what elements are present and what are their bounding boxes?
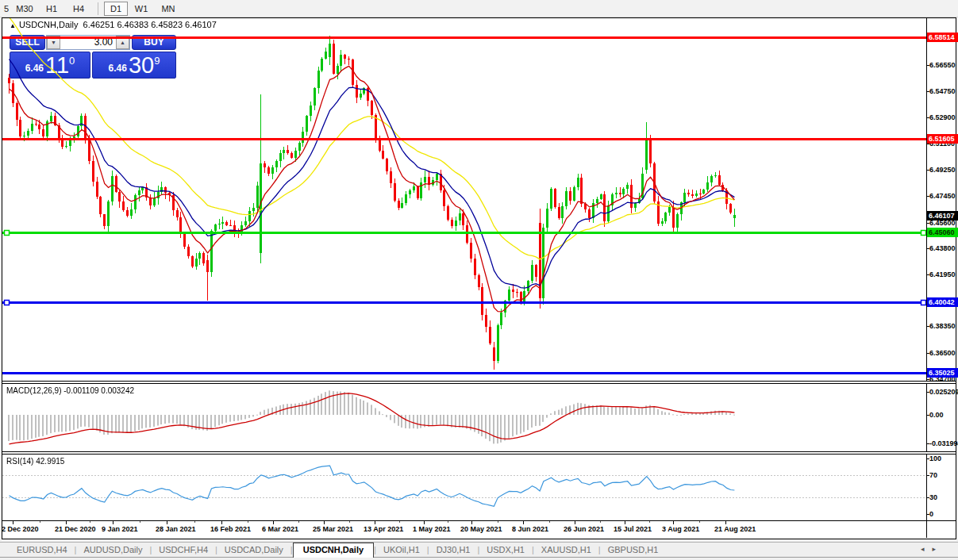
time-axis-minor-tick — [699, 521, 700, 523]
ohlc-values: 6.46251 6.46383 6.45823 6.46107 — [83, 20, 217, 29]
time-axis-label: 3 Aug 2021 — [662, 525, 699, 533]
timeframe-toolbar: 5M30H1H4D1W1MN — [0, 0, 958, 17]
price-axis-label: 6.36500 — [929, 349, 956, 357]
time-axis-minor-tick — [549, 521, 550, 523]
symbol-tabs: EURUSD,H4|AUDUSD,Daily|USDCHF,H4|USDCAD,… — [0, 542, 958, 558]
macd-indicator-canvas[interactable] — [2, 384, 926, 451]
price-axis-label: 6.41950 — [929, 270, 956, 278]
time-axis-tick — [725, 521, 726, 524]
macd-axis-label: -0.031994 — [929, 439, 958, 447]
tab-scroll-right-icon[interactable]: ▸ — [932, 545, 944, 553]
toolbar-separator — [98, 2, 98, 15]
rsi-panel-border — [2, 520, 956, 521]
price-badge: 6.46107 — [927, 211, 958, 221]
time-axis-minor-tick — [248, 521, 248, 523]
rsi-name: RSI(14) — [6, 457, 33, 466]
rsi-label: RSI(14) 42.9915 — [6, 457, 64, 466]
collapse-triangle-icon[interactable]: ▲ — [10, 22, 16, 29]
time-axis-minor-tick — [140, 521, 140, 523]
price-badge: 6.58514 — [927, 33, 958, 42]
timeframe-button-5[interactable]: 5 — [2, 2, 11, 16]
time-axis-tick — [471, 521, 472, 524]
tab-usdcnh-daily[interactable]: USDCNH,Daily — [293, 543, 374, 558]
price-axis-label: 6.52900 — [929, 113, 956, 121]
panel-separator-macd[interactable] — [2, 381, 956, 384]
timeframe-button-m30[interactable]: M30 — [11, 2, 38, 16]
time-axis-tick — [523, 521, 524, 524]
time-axis-label: 16 Feb 2021 — [210, 525, 251, 533]
time-axis-label: 2 Dec 2020 — [2, 525, 39, 533]
price-axis-label: 6.47450 — [929, 192, 956, 200]
tab-audusd-daily[interactable]: AUDUSD,Daily — [76, 543, 149, 557]
price-badge: 6.35025 — [927, 368, 958, 378]
time-axis-minor-tick — [600, 521, 601, 523]
tab-usdx-h1[interactable]: USDX,H1 — [479, 543, 532, 557]
tab-xauusd-h1[interactable]: XAUUSD,H1 — [534, 543, 598, 557]
price-axis-label: 6.54750 — [929, 87, 956, 95]
time-axis-minor-tick — [349, 521, 350, 523]
panel-separator-rsi[interactable] — [2, 451, 956, 455]
price-axis-label: 6.56550 — [929, 61, 956, 69]
rsi-indicator-canvas[interactable] — [2, 455, 926, 520]
time-axis-tick — [221, 521, 222, 524]
tab-ukoil-h1[interactable]: UKOil,H1 — [376, 543, 427, 557]
macd-label: MACD(12,26,9) -0.001109 0.003242 — [6, 386, 134, 395]
price-axis-label: 6.43800 — [929, 244, 956, 252]
timeframe-button-h4[interactable]: H4 — [65, 2, 92, 16]
time-axis-tick — [273, 521, 274, 524]
tab-usdchf-h4[interactable]: USDCHF,H4 — [152, 543, 215, 557]
timeframe-button-w1[interactable]: W1 — [128, 2, 155, 16]
time-axis-tick — [66, 521, 67, 524]
time-axis-tick — [324, 521, 325, 524]
rsi-axis-label: 100 — [929, 455, 941, 462]
timeframe-button-mn[interactable]: MN — [155, 2, 182, 16]
price-axis-label: 6.49250 — [929, 166, 956, 174]
rsi-axis-label: 30 — [929, 493, 937, 501]
tab-gbpusd-h1[interactable]: GBPUSD,H1 — [601, 543, 666, 557]
time-axis-minor-tick — [448, 521, 448, 523]
time-axis-tick — [13, 521, 13, 524]
time-axis-minor-tick — [40, 521, 40, 523]
chart-ohlc-title: ▲USDCNH,Daily 6.46251 6.46383 6.45823 6.… — [10, 20, 217, 29]
time-axis-label: 21 Dec 2020 — [55, 525, 96, 533]
tab-scroll-left-icon[interactable]: ◂ — [921, 545, 933, 553]
rsi-value: 42.9915 — [36, 457, 64, 466]
time-axis-minor-tick — [649, 521, 650, 523]
time-axis-label: 20 May 2021 — [460, 525, 502, 533]
time-axis-label: 13 Apr 2021 — [364, 525, 403, 533]
time-axis-label: 15 Jul 2021 — [614, 525, 652, 533]
time-axis-label: 26 Jun 2021 — [564, 525, 604, 533]
price-chart-canvas[interactable] — [2, 18, 926, 381]
macd-axis-label: 0.025209 — [929, 388, 958, 396]
price-badge: 6.51605 — [927, 134, 958, 144]
time-axis-tick — [113, 521, 113, 524]
time-axis-tick — [575, 521, 575, 524]
price-axis-label: 6.38350 — [929, 322, 956, 330]
time-axis-label: 21 Aug 2021 — [714, 525, 756, 533]
time-axis-label: 28 Jan 2021 — [156, 525, 196, 533]
time-axis-minor-tick — [399, 521, 400, 523]
price-badge: 6.40042 — [927, 297, 958, 307]
time-axis-label: 25 Mar 2021 — [313, 525, 353, 533]
rsi-axis-label: 70 — [929, 471, 937, 479]
macd-values: -0.001109 0.003242 — [63, 386, 134, 395]
time-axis-minor-tick — [194, 521, 195, 523]
time-axis-tick — [375, 521, 375, 524]
time-axis-tick — [167, 521, 167, 524]
macd-name: MACD(12,26,9) — [6, 386, 61, 395]
tab-dj30-h1[interactable]: DJ30,H1 — [429, 543, 478, 557]
timeframe-button-h1[interactable]: H1 — [38, 2, 65, 16]
rsi-axis-label: 0 — [929, 510, 933, 518]
time-axis-minor-tick — [90, 521, 90, 523]
time-axis-minor-tick — [298, 521, 299, 523]
tab-eurusd-h4[interactable]: EURUSD,H4 — [10, 543, 75, 557]
time-axis-label: 1 May 2021 — [413, 525, 451, 533]
price-axis-border — [926, 18, 927, 538]
symbol-period-label: USDCNH,Daily — [19, 20, 79, 29]
timeframe-button-d1[interactable]: D1 — [104, 2, 128, 16]
time-axis-tick — [424, 521, 425, 524]
tab-usdcad-daily[interactable]: USDCAD,Daily — [217, 543, 290, 557]
time-axis-label: 8 Jun 2021 — [512, 525, 548, 533]
time-axis-minor-tick — [498, 521, 498, 523]
tab-scroll-arrows: ◂▸ — [921, 545, 944, 553]
